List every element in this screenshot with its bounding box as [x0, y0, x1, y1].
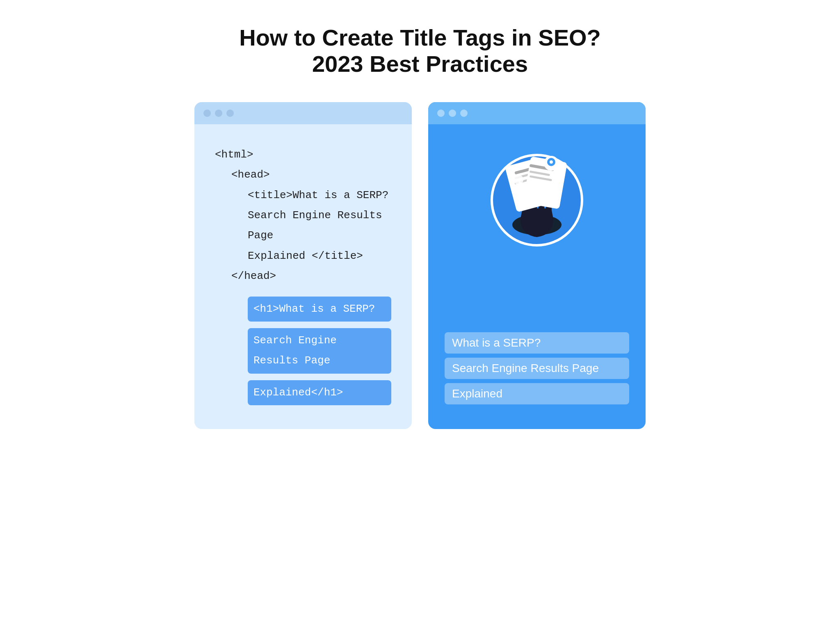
dot-r3 [460, 110, 468, 117]
preview-body: What is a SERP? Search Engine Results Pa… [428, 124, 646, 429]
svg-point-19 [514, 175, 523, 185]
page-title: How to Create Title Tags in SEO? 2023 Be… [239, 25, 601, 78]
dot-1 [203, 110, 211, 117]
h1-tags-section: <h1>What is a SERP? Search Engine Result… [215, 295, 391, 409]
right-label-1: What is a SERP? [445, 332, 629, 354]
dot-3 [226, 110, 234, 117]
code-block: <html> <head> <title>What is a SERP? Sea… [215, 145, 391, 409]
dot-2 [215, 110, 222, 117]
code-title-line2: Search Engine Results Page [248, 205, 391, 246]
right-label-3: Explained [445, 383, 629, 404]
code-title-open: <title>What is a SERP? [248, 185, 391, 205]
cards-container: <html> <head> <title>What is a SERP? Sea… [194, 102, 646, 429]
dot-r1 [437, 110, 445, 117]
code-html-open: <html> [215, 145, 391, 165]
svg-point-16 [550, 160, 553, 164]
h1-tag-line3: Explained</h1> [248, 380, 391, 405]
right-label-2: Search Engine Results Page [445, 358, 629, 379]
code-card: <html> <head> <title>What is a SERP? Sea… [194, 102, 412, 429]
code-head-close: </head> [231, 266, 391, 286]
preview-card: What is a SERP? Search Engine Results Pa… [428, 102, 646, 429]
code-body: <html> <head> <title>What is a SERP? Sea… [194, 124, 412, 429]
code-head-open: <head> [231, 165, 391, 185]
h1-tag-line2: Search Engine Results Page [248, 328, 391, 374]
serp-illustration [479, 137, 594, 251]
card-right-titlebar [428, 102, 646, 124]
illustration-wrapper [445, 137, 629, 251]
card-left-titlebar [194, 102, 412, 124]
code-title-line3: Explained </title> [248, 246, 391, 266]
right-highlights: What is a SERP? Search Engine Results Pa… [445, 332, 629, 409]
dot-r2 [449, 110, 456, 117]
h1-tag-line1: <h1>What is a SERP? [248, 297, 391, 322]
